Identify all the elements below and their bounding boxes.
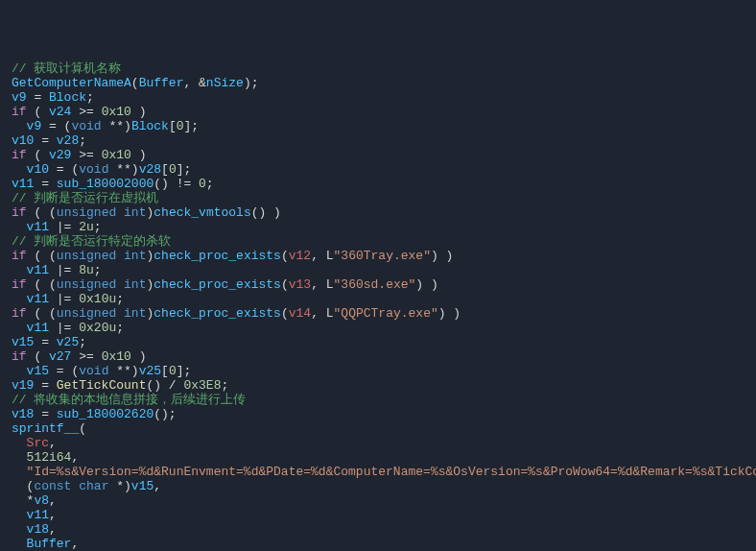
code-line: if ( v24 >= 0x10 ) (12, 105, 744, 119)
code-line: // 将收集的本地信息拼接，后续进行上传 (12, 393, 744, 407)
code-line: if ( (unsigned int)check_vmtools() ) (12, 205, 744, 220)
code-line: Buffer, (12, 537, 744, 551)
code-line: v11 |= 0x10u; (12, 292, 744, 306)
code-line: if ( (unsigned int)check_proc_exists(v13… (12, 277, 744, 292)
code-line: v9 = (void **)Block[0]; (12, 119, 744, 133)
code-line: v11 |= 8u; (12, 263, 744, 277)
code-line: if ( (unsigned int)check_proc_exists(v14… (12, 306, 744, 321)
code-line: if ( v27 >= 0x10 ) (12, 349, 744, 364)
code-line: GetComputerNameA(Buffer, &nSize); (12, 76, 744, 90)
code-line: "Id=%s&Version=%d&RunEnvment=%d&PDate=%d… (12, 465, 744, 479)
code-line: if ( (unsigned int)check_proc_exists(v12… (12, 249, 744, 263)
code-line: v11 |= 0x20u; (12, 321, 744, 335)
code-line: // 获取计算机名称 (12, 61, 744, 76)
code-line: v10 = v28; (12, 133, 744, 148)
code-line: if ( v29 >= 0x10 ) (12, 148, 744, 162)
comment-text: // 获取计算机名称 (12, 61, 121, 76)
code-line: v19 = GetTickCount() / 0x3E8; (12, 378, 744, 393)
code-line: *v8, (12, 493, 744, 508)
code-line: 512i64, (12, 450, 744, 465)
code-line: v11 |= 2u; (12, 220, 744, 234)
code-line: v15 = (void **)v25[0]; (12, 364, 744, 378)
code-line: v10 = (void **)v28[0]; (12, 162, 744, 177)
code-line: v11 = sub_180002000() != 0; (12, 177, 744, 191)
code-line: // 判断是否运行在虚拟机 (12, 191, 744, 205)
code-line: // 判断是否运行特定的杀软 (12, 234, 744, 249)
code-line: v11, (12, 508, 744, 522)
code-line: sprintf__( (12, 421, 744, 436)
code-line: v18, (12, 522, 744, 537)
code-line: v15 = v25; (12, 335, 744, 349)
code-line: Src, (12, 436, 744, 450)
code-line: v18 = sub_180002620(); (12, 407, 744, 421)
code-line: v9 = Block; (12, 90, 744, 105)
code-editor[interactable]: // 获取计算机名称GetComputerNameA(Buffer, &nSiz… (12, 61, 744, 551)
code-line: (const char *)v15, (12, 479, 744, 493)
